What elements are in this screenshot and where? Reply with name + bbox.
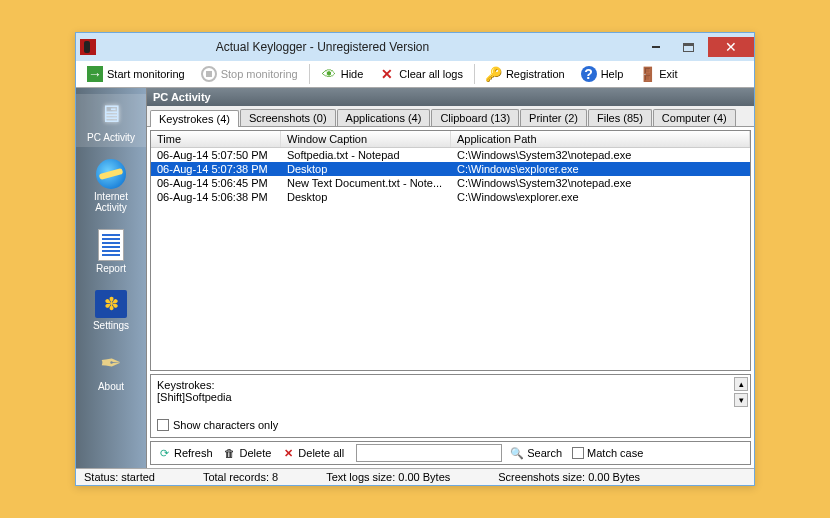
cell-path: C:\Windows\System32\notepad.exe bbox=[451, 148, 750, 162]
delete-label: Delete bbox=[240, 447, 272, 459]
table-header: Time Window Caption Application Path bbox=[151, 131, 750, 148]
cell-caption: Softpedia.txt - Notepad bbox=[281, 148, 451, 162]
col-caption[interactable]: Window Caption bbox=[281, 131, 451, 147]
cell-path: C:\Windows\explorer.exe bbox=[451, 162, 750, 176]
gear-icon: ✽ bbox=[95, 290, 127, 318]
x-icon: ✕ bbox=[281, 446, 295, 460]
hide-button[interactable]: 👁 Hide bbox=[314, 63, 371, 85]
sidebar-item-settings[interactable]: ✽ Settings bbox=[76, 286, 146, 335]
panel-title: PC Activity bbox=[147, 88, 754, 106]
eye-icon: 👁 bbox=[321, 66, 337, 82]
delete-all-label: Delete all bbox=[298, 447, 344, 459]
registration-label: Registration bbox=[506, 68, 565, 80]
col-time[interactable]: Time bbox=[151, 131, 281, 147]
cell-time: 06-Aug-14 5:06:38 PM bbox=[151, 190, 281, 204]
sidebar-item-about[interactable]: ✒ About bbox=[76, 343, 146, 396]
clear-logs-button[interactable]: ✕ Clear all logs bbox=[372, 63, 470, 85]
table-row[interactable]: 06-Aug-14 5:06:45 PMNew Text Document.tx… bbox=[151, 176, 750, 190]
help-icon: ? bbox=[581, 66, 597, 82]
close-button[interactable] bbox=[708, 37, 754, 57]
trash-icon: 🗑 bbox=[223, 446, 237, 460]
log-table: Time Window Caption Application Path 06-… bbox=[150, 130, 751, 371]
status-bar: Status: started Total records: 8 Text lo… bbox=[76, 468, 754, 485]
status-total: Total records: 8 bbox=[203, 471, 278, 483]
sidebar-pc-label: PC Activity bbox=[87, 132, 135, 143]
detail-pane: Keystrokes: [Shift]Softpedia ▴ ▾ Show ch… bbox=[150, 374, 751, 438]
tab-applications-[interactable]: Applications (4) bbox=[337, 109, 431, 126]
tab-keystrokes-[interactable]: Keystrokes (4) bbox=[150, 110, 239, 127]
x-icon: ✕ bbox=[379, 66, 395, 82]
search-input[interactable] bbox=[356, 444, 502, 462]
monitor-icon: 🖥 bbox=[93, 98, 129, 130]
stop-monitoring-button[interactable]: Stop monitoring bbox=[194, 63, 305, 85]
play-icon: → bbox=[87, 66, 103, 82]
start-monitoring-button[interactable]: → Start monitoring bbox=[80, 63, 192, 85]
clear-label: Clear all logs bbox=[399, 68, 463, 80]
titlebar[interactable]: Actual Keylogger - Unregistered Version bbox=[76, 33, 754, 61]
internet-icon bbox=[96, 159, 126, 189]
toolbar: → Start monitoring Stop monitoring 👁 Hid… bbox=[76, 61, 754, 88]
key-icon: 🔑 bbox=[486, 66, 502, 82]
cell-time: 06-Aug-14 5:07:38 PM bbox=[151, 162, 281, 176]
cell-caption: Desktop bbox=[281, 190, 451, 204]
tab-clipboard-[interactable]: Clipboard (13) bbox=[431, 109, 519, 126]
sidebar-report-label: Report bbox=[96, 263, 126, 274]
sidebar-about-label: About bbox=[98, 381, 124, 392]
sidebar-settings-label: Settings bbox=[93, 320, 129, 331]
status-text: Status: started bbox=[84, 471, 155, 483]
delete-all-button[interactable]: ✕ Delete all bbox=[279, 445, 346, 461]
start-label: Start monitoring bbox=[107, 68, 185, 80]
checkbox-icon bbox=[572, 447, 584, 459]
cell-caption: New Text Document.txt - Note... bbox=[281, 176, 451, 190]
sidebar-item-internet-activity[interactable]: Internet Activity bbox=[76, 155, 146, 217]
scroll-up-icon[interactable]: ▴ bbox=[734, 377, 748, 391]
match-case-label: Match case bbox=[587, 447, 643, 459]
sidebar-internet-label: Internet Activity bbox=[78, 191, 144, 213]
stop-label: Stop monitoring bbox=[221, 68, 298, 80]
match-case-checkbox[interactable]: Match case bbox=[570, 446, 645, 460]
status-screenshots-size: Screenshots size: 0.00 Bytes bbox=[498, 471, 640, 483]
search-button[interactable]: 🔍 Search bbox=[508, 445, 564, 461]
cell-path: C:\Windows\System32\notepad.exe bbox=[451, 176, 750, 190]
app-icon bbox=[80, 39, 96, 55]
hide-label: Hide bbox=[341, 68, 364, 80]
help-button[interactable]: ? Help bbox=[574, 63, 631, 85]
table-row[interactable]: 06-Aug-14 5:06:38 PMDesktopC:\Windows\ex… bbox=[151, 190, 750, 204]
registration-button[interactable]: 🔑 Registration bbox=[479, 63, 572, 85]
status-text-size: Text logs size: 0.00 Bytes bbox=[326, 471, 450, 483]
refresh-icon: ⟳ bbox=[157, 446, 171, 460]
show-characters-checkbox[interactable]: Show characters only bbox=[157, 419, 744, 431]
table-row[interactable]: 06-Aug-14 5:07:38 PMDesktopC:\Windows\ex… bbox=[151, 162, 750, 176]
tab-files-[interactable]: Files (85) bbox=[588, 109, 652, 126]
table-row[interactable]: 06-Aug-14 5:07:50 PMSoftpedia.txt - Note… bbox=[151, 148, 750, 162]
scroll-down-icon[interactable]: ▾ bbox=[734, 393, 748, 407]
main-panel: PC Activity Keystrokes (4)Screenshots (0… bbox=[146, 88, 754, 468]
refresh-label: Refresh bbox=[174, 447, 213, 459]
app-window: Actual Keylogger - Unregistered Version … bbox=[75, 32, 755, 486]
delete-button[interactable]: 🗑 Delete bbox=[221, 445, 274, 461]
exit-button[interactable]: 🚪 Exit bbox=[632, 63, 684, 85]
tab-screenshots-[interactable]: Screenshots (0) bbox=[240, 109, 336, 126]
sidebar: 🖥 PC Activity Internet Activity Report ✽… bbox=[76, 88, 146, 468]
binoculars-icon: 🔍 bbox=[510, 446, 524, 460]
exit-label: Exit bbox=[659, 68, 677, 80]
checkbox-icon bbox=[157, 419, 169, 431]
maximize-button[interactable] bbox=[683, 43, 694, 52]
help-label: Help bbox=[601, 68, 624, 80]
window-title: Actual Keylogger - Unregistered Version bbox=[4, 40, 641, 54]
sidebar-item-pc-activity[interactable]: 🖥 PC Activity bbox=[76, 94, 146, 147]
minimize-button[interactable] bbox=[641, 37, 671, 57]
tab-printer-[interactable]: Printer (2) bbox=[520, 109, 587, 126]
col-path[interactable]: Application Path bbox=[451, 131, 750, 147]
detail-line-2: [Shift]Softpedia bbox=[157, 391, 744, 403]
detail-line-1: Keystrokes: bbox=[157, 379, 744, 391]
sidebar-item-report[interactable]: Report bbox=[76, 225, 146, 278]
cell-caption: Desktop bbox=[281, 162, 451, 176]
tab-bar: Keystrokes (4)Screenshots (0)Application… bbox=[147, 106, 754, 127]
quill-icon: ✒ bbox=[93, 347, 129, 379]
report-icon bbox=[98, 229, 124, 261]
refresh-button[interactable]: ⟳ Refresh bbox=[155, 445, 215, 461]
cell-path: C:\Windows\explorer.exe bbox=[451, 190, 750, 204]
search-label: Search bbox=[527, 447, 562, 459]
tab-computer-[interactable]: Computer (4) bbox=[653, 109, 736, 126]
